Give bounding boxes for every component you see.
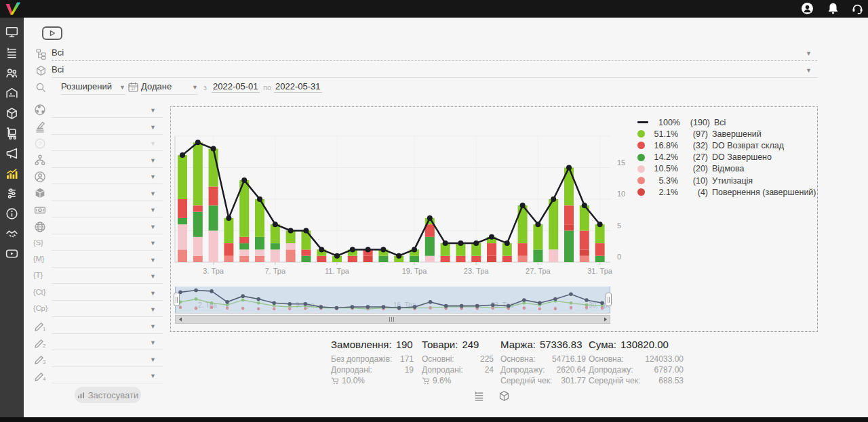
filter-select-custom-2[interactable]: ▼: [52, 335, 163, 350]
legend-row-vsi[interactable]: 100%(190)Всі: [637, 117, 816, 128]
stat-sum-value: 130820.00: [620, 339, 669, 350]
sidebar-item-partners[interactable]: [5, 226, 19, 240]
mini-chart-icon: [77, 392, 85, 399]
stat-row: Допродані:19: [331, 364, 414, 375]
bell-icon[interactable]: [827, 2, 840, 15]
chevron-down-icon: ▼: [192, 84, 198, 91]
sidebar-item-warehouse[interactable]: [5, 86, 19, 100]
sidebar-item-analytics[interactable]: [5, 167, 19, 181]
scroll-right-icon[interactable]: [601, 316, 610, 323]
filter-select-product[interactable]: ▼: [52, 186, 163, 201]
category-filter-select[interactable]: Всі ▼: [52, 46, 817, 61]
legend-row-utylizatsiia[interactable]: 5.3%(10)Утилізація: [637, 175, 816, 186]
apply-button[interactable]: Застосувати: [75, 387, 141, 403]
legend-row-povernennia[interactable]: 2.1%(4)Повернення (завершений): [637, 186, 816, 198]
product-filter-select[interactable]: Всі ▼: [52, 63, 817, 78]
filter-select-utm-term[interactable]: ▼: [52, 269, 163, 284]
date-from-label: з: [203, 83, 207, 91]
pencil-4-icon: 4: [34, 370, 46, 382]
date-type-value: Додане: [141, 81, 172, 91]
svg-text:3: 3: [43, 359, 45, 365]
app-logo-icon[interactable]: [4, 1, 22, 16]
svg-text:31. Тра: 31. Тра: [587, 267, 613, 275]
play-icon: [49, 30, 56, 37]
sidebar-item-info[interactable]: [5, 207, 19, 221]
statuses-view-icon[interactable]: [473, 389, 486, 402]
legend-row-do-zaversheno[interactable]: 14.2%(27)DO Завершено: [637, 152, 816, 163]
sidebar-item-orders[interactable]: [5, 45, 19, 60]
svg-text:23. Тра: 23. Тра: [464, 267, 490, 275]
sidebar-item-customers[interactable]: [5, 66, 19, 80]
stat-margin: Маржа:57336.83 Основна:54716.19 Допродаж…: [500, 339, 586, 386]
legend-row-vidmova[interactable]: 10.5%(20)Відмова: [637, 163, 816, 175]
filter-select-custom-4[interactable]: ▼: [52, 368, 163, 383]
user-icon[interactable]: [801, 2, 814, 15]
svg-text:4: 4: [43, 376, 45, 382]
filter-select-disabled[interactable]: ▼: [52, 136, 163, 151]
sidebar-item-purchases[interactable]: [5, 126, 19, 140]
date-to-input[interactable]: 2022-05-31: [274, 81, 322, 93]
svg-text:2: 2: [43, 343, 45, 349]
person-circle-icon: [34, 171, 46, 183]
scroll-left-icon[interactable]: [176, 316, 184, 323]
question-icon: ?: [34, 138, 46, 150]
orders-stacked-bar-chart[interactable]: 3. Тра7. Тра11. Тра19. Тра23. Тра27. Тра…: [174, 109, 621, 278]
filter-select-custom-3[interactable]: ▼: [52, 352, 163, 367]
scrollbar-grip[interactable]: [389, 317, 394, 322]
stat-margin-value: 57336.83: [540, 339, 583, 350]
brace-ct-icon: {Ct}: [33, 288, 45, 300]
brace-s-icon: {S}: [33, 238, 45, 251]
filter-select-utm-campaign[interactable]: ▼: [52, 302, 163, 317]
filter-select-utm-content[interactable]: ▼: [52, 286, 163, 301]
filter-select-source[interactable]: ▼: [52, 120, 163, 135]
search-icon: [35, 82, 47, 93]
filter-select-web[interactable]: ▼: [52, 219, 163, 234]
dot-marker-icon: [637, 165, 645, 173]
dot-marker-icon: [637, 130, 645, 138]
date-from-input[interactable]: 2022-05-01: [212, 81, 260, 93]
filter-select-utm-source[interactable]: ▼: [52, 236, 163, 251]
stat-row: Середній чек:301.77: [500, 375, 586, 386]
navigator-selection[interactable]: [175, 287, 610, 313]
filter-select-manager[interactable]: ▼: [52, 169, 163, 184]
video-tutorial-button[interactable]: [42, 26, 62, 40]
chevron-down-icon: ▼: [119, 84, 125, 91]
support-headset-icon[interactable]: [851, 2, 864, 15]
legend-row-do-vozvrat[interactable]: 16.8%(32)DO Возврат склад: [637, 140, 816, 151]
sidebar-item-automation[interactable]: [5, 186, 19, 201]
svg-text:?: ?: [38, 140, 41, 147]
stat-row: Основна:124033.00: [589, 354, 684, 364]
filter-select-country[interactable]: ▼: [52, 103, 163, 118]
stat-row: Допродажу:2620.64: [500, 364, 586, 375]
sidebar-item-video[interactable]: [5, 247, 19, 261]
sidebar-item-marketing[interactable]: [5, 146, 19, 161]
filter-select-utm-medium[interactable]: ▼: [52, 253, 163, 268]
chart-scrollbar[interactable]: [175, 315, 610, 324]
search-mode-select[interactable]: Розширений ▼: [61, 80, 125, 95]
cart-icon: [331, 377, 339, 385]
stat-row: Допродані:24: [422, 364, 494, 375]
sidebar-item-dashboard[interactable]: [5, 25, 19, 39]
org-tree-icon: [34, 154, 46, 166]
navigator-right-handle[interactable]: [606, 293, 612, 306]
calendar-icon: 17: [127, 81, 139, 93]
filter-select-payment[interactable]: ▼: [52, 203, 163, 217]
chart-legend: 100%(190)Всі 51.1%(97)Завершений 16.8%(3…: [637, 117, 816, 198]
stat-row: Без допродажів:171: [331, 354, 414, 364]
globe-icon: [34, 221, 46, 233]
sidebar-item-products[interactable]: [5, 106, 19, 121]
filter-select-custom-1[interactable]: ▼: [52, 319, 163, 334]
products-view-icon[interactable]: [498, 389, 511, 402]
svg-text:3. Тра: 3. Тра: [203, 267, 224, 275]
brace-t-icon: {T}: [33, 271, 45, 283]
chevron-down-icon: ▼: [806, 67, 812, 74]
date-type-select[interactable]: Додане ▼: [141, 80, 198, 95]
legend-row-zavershenyi[interactable]: 51.1%(97)Завершений: [637, 128, 816, 140]
stat-upsell-pct: 9.6%: [433, 375, 451, 386]
svg-text:19. Тра: 19. Тра: [402, 267, 428, 275]
navigator-left-handle[interactable]: [174, 293, 180, 306]
earth-icon: [34, 104, 46, 116]
chart-navigator[interactable]: 2. Тра9. Тра16. Тра23. Тра30. Тра: [175, 287, 610, 314]
filter-select-structure[interactable]: ▼: [52, 153, 163, 168]
stat-upsell-pct: 10.0%: [342, 375, 365, 386]
